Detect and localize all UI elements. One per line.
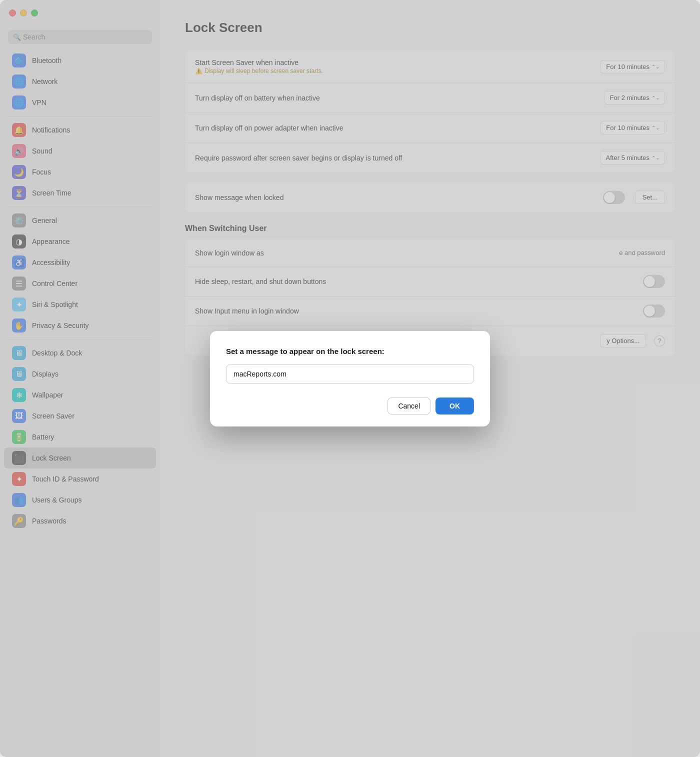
dialog-title: Set a message to appear on the lock scre… (226, 347, 474, 356)
dialog-buttons: Cancel OK (226, 398, 474, 414)
cancel-button[interactable]: Cancel (388, 398, 430, 414)
lock-message-dialog: Set a message to appear on the lock scre… (210, 331, 490, 426)
dialog-input[interactable] (226, 364, 474, 384)
ok-button[interactable]: OK (436, 398, 474, 414)
dialog-overlay: Set a message to appear on the lock scre… (0, 0, 700, 757)
main-window: 🔍 🔷Bluetooth🌐Network🌐VPN🔔Notifications🔊S… (0, 0, 700, 757)
